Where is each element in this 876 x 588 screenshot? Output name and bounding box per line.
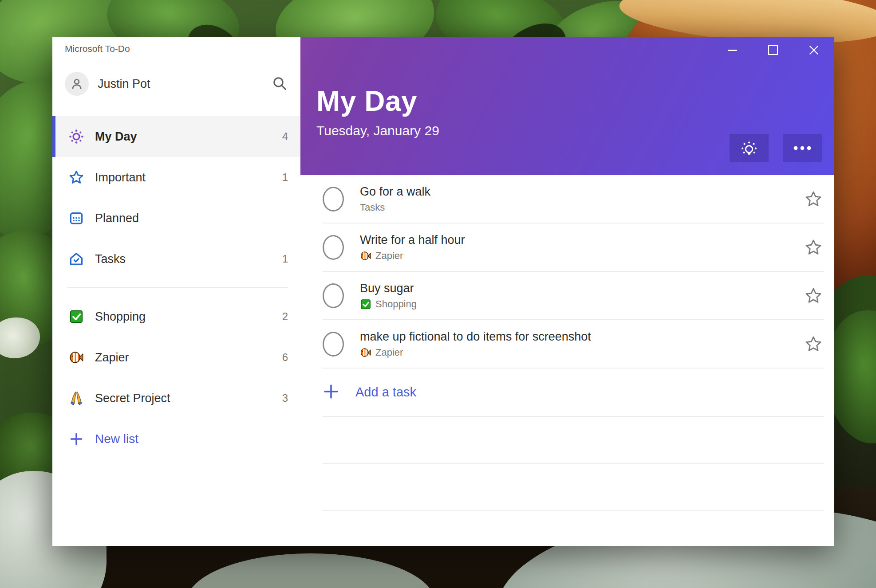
task-list-label: Zapier bbox=[375, 347, 403, 358]
task-body: make up fictional to do items for screen… bbox=[360, 330, 803, 358]
close-button[interactable] bbox=[793, 37, 834, 63]
task-complete-circle[interactable] bbox=[323, 187, 344, 212]
empty-row-divider bbox=[323, 417, 824, 464]
task-list-name: Tasks bbox=[360, 202, 803, 213]
close-icon bbox=[809, 45, 819, 55]
task-title: Write for a half hour bbox=[360, 233, 803, 247]
plus-icon bbox=[67, 430, 85, 448]
sidebar-list-label: Zapier bbox=[95, 351, 282, 365]
sidebar-divider bbox=[67, 287, 288, 288]
star-outline-icon bbox=[804, 190, 823, 208]
sidebar-list-secret-project[interactable]: Secret Project 3 bbox=[52, 378, 300, 419]
page-date: Tuesday, January 29 bbox=[316, 123, 439, 138]
task-star-button[interactable] bbox=[803, 189, 824, 209]
app-window: Microsoft To-Do Justin Pot bbox=[52, 37, 834, 546]
main-pane: My Day Tuesday, January 29 bbox=[300, 37, 834, 546]
empty-row-divider bbox=[323, 464, 824, 511]
sidebar-item-label: Planned bbox=[95, 212, 288, 225]
task-body: Buy sugar Shopping bbox=[360, 282, 803, 310]
sidebar-item-important[interactable]: Important 1 bbox=[52, 157, 300, 198]
maximize-button[interactable] bbox=[753, 37, 793, 63]
sidebar-item-label: Important bbox=[95, 171, 282, 184]
sidebar-list-count: 3 bbox=[282, 392, 288, 404]
task-list-name: Zapier bbox=[360, 250, 803, 262]
search-button[interactable] bbox=[269, 73, 291, 94]
task-list-name: Zapier bbox=[360, 347, 803, 358]
task-list-label: Zapier bbox=[375, 250, 403, 262]
sidebar-item-label: Tasks bbox=[95, 252, 282, 266]
star-icon bbox=[67, 169, 85, 186]
sidebar-list-zapier[interactable]: Zapier 6 bbox=[52, 337, 300, 378]
task-row[interactable]: make up fictional to do items for screen… bbox=[323, 320, 824, 368]
green-checkbox-icon bbox=[67, 308, 85, 325]
avatar bbox=[65, 72, 89, 96]
sidebar-list-label: Shopping bbox=[95, 310, 282, 324]
sidebar-nav: My Day 4 Important 1 bbox=[52, 116, 300, 459]
sidebar-list-count: 6 bbox=[282, 351, 288, 364]
tropical-fish-icon bbox=[67, 349, 85, 366]
more-options-button[interactable] bbox=[783, 134, 822, 162]
task-row[interactable]: Write for a half hour bbox=[323, 223, 824, 272]
home-icon bbox=[67, 250, 85, 268]
task-complete-circle[interactable] bbox=[323, 235, 344, 260]
sidebar-list-shopping[interactable]: Shopping 2 bbox=[52, 296, 300, 337]
folded-hands-icon bbox=[67, 389, 85, 407]
task-list: Go for a walk Tasks Writ bbox=[300, 175, 834, 546]
star-outline-icon bbox=[804, 238, 823, 257]
task-star-button[interactable] bbox=[803, 334, 824, 354]
task-row[interactable]: Buy sugar Shopping bbox=[323, 272, 824, 320]
page-title: My Day bbox=[316, 86, 439, 116]
user-account-row[interactable]: Justin Pot bbox=[65, 71, 291, 97]
sidebar-item-planned[interactable]: Planned bbox=[52, 198, 300, 239]
task-list-label: Shopping bbox=[375, 298, 417, 310]
task-list-label: Tasks bbox=[360, 202, 385, 213]
task-list-name: Shopping bbox=[360, 298, 803, 310]
screenshot-stage: Microsoft To-Do Justin Pot bbox=[0, 0, 876, 588]
calendar-icon bbox=[67, 209, 85, 227]
app-title: Microsoft To-Do bbox=[65, 43, 130, 54]
sidebar-list-count: 2 bbox=[282, 310, 288, 323]
star-outline-icon bbox=[804, 286, 823, 305]
ellipsis-icon bbox=[792, 145, 813, 152]
window-controls bbox=[712, 37, 834, 63]
person-icon bbox=[70, 77, 84, 91]
sidebar-list-label: Secret Project bbox=[95, 392, 282, 405]
sidebar: Microsoft To-Do Justin Pot bbox=[52, 37, 300, 546]
sidebar-item-count: 1 bbox=[282, 171, 288, 184]
user-name: Justin Pot bbox=[98, 77, 150, 91]
task-star-button[interactable] bbox=[803, 237, 824, 258]
task-complete-circle[interactable] bbox=[323, 332, 344, 357]
green-checkbox-icon bbox=[360, 298, 371, 310]
sidebar-item-my-day[interactable]: My Day 4 bbox=[52, 116, 300, 157]
header-actions bbox=[730, 134, 822, 162]
task-complete-circle[interactable] bbox=[323, 283, 344, 308]
my-day-header: My Day Tuesday, January 29 bbox=[300, 37, 834, 175]
task-row[interactable]: Go for a walk Tasks bbox=[323, 175, 824, 223]
minimize-icon bbox=[728, 50, 737, 51]
suggestions-button[interactable] bbox=[730, 134, 769, 162]
tropical-fish-icon bbox=[360, 347, 371, 358]
tropical-fish-icon bbox=[360, 250, 371, 262]
task-title: Go for a walk bbox=[360, 185, 803, 199]
maximize-icon bbox=[768, 45, 778, 55]
plus-icon bbox=[323, 383, 339, 402]
sidebar-item-tasks[interactable]: Tasks 1 bbox=[52, 239, 300, 279]
star-outline-icon bbox=[804, 335, 823, 353]
header-title-block: My Day Tuesday, January 29 bbox=[316, 86, 439, 138]
search-icon bbox=[271, 75, 289, 93]
lightbulb-icon bbox=[739, 138, 759, 158]
sidebar-item-label: My Day bbox=[95, 130, 282, 144]
add-task-label: Add a task bbox=[355, 385, 416, 400]
task-body: Write for a half hour bbox=[360, 233, 803, 262]
minimize-button[interactable] bbox=[712, 37, 753, 63]
task-title: make up fictional to do items for screen… bbox=[360, 330, 803, 344]
sun-icon bbox=[67, 128, 85, 145]
new-list-button[interactable]: New list bbox=[52, 419, 300, 459]
sidebar-item-count: 4 bbox=[282, 130, 288, 143]
add-task-button[interactable]: Add a task bbox=[323, 368, 824, 417]
task-body: Go for a walk Tasks bbox=[360, 185, 803, 213]
task-star-button[interactable] bbox=[803, 286, 824, 306]
new-list-label: New list bbox=[95, 432, 288, 446]
sidebar-item-count: 1 bbox=[282, 253, 288, 265]
task-title: Buy sugar bbox=[360, 282, 803, 295]
